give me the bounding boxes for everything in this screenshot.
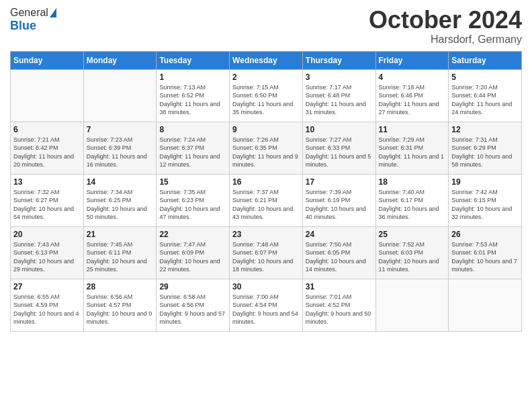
day-cell: 9Sunrise: 7:26 AMSunset: 6:35 PMDaylight… [230,122,303,174]
day-cell: 15Sunrise: 7:35 AMSunset: 6:23 PMDayligh… [157,174,230,226]
day-cell: 6Sunrise: 7:21 AMSunset: 6:42 PMDaylight… [11,122,84,174]
day-number: 11 [379,125,446,134]
day-cell: 11Sunrise: 7:29 AMSunset: 6:31 PMDayligh… [375,122,449,174]
day-cell: 2Sunrise: 7:15 AMSunset: 6:50 PMDaylight… [230,69,303,122]
day-cell: 22Sunrise: 7:47 AMSunset: 6:09 PMDayligh… [157,226,230,279]
day-number: 1 [159,73,226,82]
day-number: 28 [87,282,154,291]
logo-general: General [10,7,48,19]
header: General Blue October 2024 Harsdorf, Germ… [10,7,522,46]
day-cell [449,279,522,331]
col-thursday: Thursday [302,51,375,69]
day-cell: 21Sunrise: 7:45 AMSunset: 6:11 PMDayligh… [83,226,157,279]
day-cell: 8Sunrise: 7:24 AMSunset: 6:37 PMDaylight… [157,122,230,174]
day-info: Sunrise: 6:56 AMSunset: 4:57 PMDaylight:… [87,293,154,326]
day-cell: 28Sunrise: 6:56 AMSunset: 4:57 PMDayligh… [83,279,157,331]
title-block: October 2024 Harsdorf, Germany [369,7,522,46]
day-cell: 17Sunrise: 7:39 AMSunset: 6:19 PMDayligh… [302,174,375,226]
day-cell: 19Sunrise: 7:42 AMSunset: 6:15 PMDayligh… [449,174,522,226]
day-cell: 3Sunrise: 7:17 AMSunset: 6:48 PMDaylight… [302,69,375,122]
logo-icon [50,8,56,17]
day-info: Sunrise: 7:15 AMSunset: 6:50 PMDaylight:… [232,83,300,117]
week-row-3: 20Sunrise: 7:43 AMSunset: 6:13 PMDayligh… [11,226,522,279]
day-info: Sunrise: 7:17 AMSunset: 6:48 PMDaylight:… [306,83,373,117]
day-info: Sunrise: 7:50 AMSunset: 6:05 PMDaylight:… [306,240,373,274]
day-info: Sunrise: 7:21 AMSunset: 6:42 PMDaylight:… [13,136,81,169]
day-number: 14 [87,177,154,187]
day-number: 18 [379,177,446,187]
day-number: 7 [87,125,154,134]
day-number: 27 [13,282,81,291]
day-number: 5 [451,73,519,82]
day-cell: 27Sunrise: 6:55 AMSunset: 4:59 PMDayligh… [11,279,84,331]
col-saturday: Saturday [449,51,522,69]
col-monday: Monday [83,51,157,69]
col-friday: Friday [375,51,449,69]
day-cell: 31Sunrise: 7:01 AMSunset: 4:52 PMDayligh… [302,279,375,331]
day-cell [11,69,84,122]
day-cell: 24Sunrise: 7:50 AMSunset: 6:05 PMDayligh… [302,226,375,279]
day-info: Sunrise: 7:27 AMSunset: 6:33 PMDaylight:… [306,136,373,169]
day-info: Sunrise: 7:48 AMSunset: 6:07 PMDaylight:… [232,240,300,274]
day-cell: 12Sunrise: 7:31 AMSunset: 6:29 PMDayligh… [449,122,522,174]
day-cell: 23Sunrise: 7:48 AMSunset: 6:07 PMDayligh… [230,226,303,279]
header-row: Sunday Monday Tuesday Wednesday Thursday… [11,51,522,69]
day-info: Sunrise: 7:24 AMSunset: 6:37 PMDaylight:… [159,136,226,169]
logo-blue: Blue [10,19,36,33]
day-info: Sunrise: 7:37 AMSunset: 6:21 PMDaylight:… [232,188,300,222]
day-info: Sunrise: 6:55 AMSunset: 4:59 PMDaylight:… [13,293,81,326]
day-info: Sunrise: 7:53 AMSunset: 6:01 PMDaylight:… [451,240,519,274]
day-number: 19 [451,177,519,187]
week-row-1: 6Sunrise: 7:21 AMSunset: 6:42 PMDaylight… [11,122,522,174]
calendar-page: General Blue October 2024 Harsdorf, Germ… [0,0,532,411]
day-info: Sunrise: 7:31 AMSunset: 6:29 PMDaylight:… [451,136,519,169]
col-tuesday: Tuesday [157,51,230,69]
day-number: 2 [232,73,300,82]
day-number: 3 [306,73,373,82]
day-number: 21 [87,230,154,239]
day-cell: 30Sunrise: 7:00 AMSunset: 4:54 PMDayligh… [230,279,303,331]
day-number: 23 [232,230,300,239]
day-number: 30 [232,282,300,291]
calendar-table: Sunday Monday Tuesday Wednesday Thursday… [10,51,522,332]
day-cell: 25Sunrise: 7:52 AMSunset: 6:03 PMDayligh… [375,226,449,279]
day-info: Sunrise: 7:18 AMSunset: 6:46 PMDaylight:… [379,83,446,117]
day-info: Sunrise: 7:23 AMSunset: 6:39 PMDaylight:… [87,136,154,169]
day-number: 15 [159,177,226,187]
day-number: 10 [306,125,373,134]
day-info: Sunrise: 7:52 AMSunset: 6:03 PMDaylight:… [379,240,446,274]
day-info: Sunrise: 7:42 AMSunset: 6:15 PMDaylight:… [451,188,519,222]
day-info: Sunrise: 7:35 AMSunset: 6:23 PMDaylight:… [159,188,226,222]
day-info: Sunrise: 7:40 AMSunset: 6:17 PMDaylight:… [379,188,446,222]
day-cell: 29Sunrise: 6:58 AMSunset: 4:56 PMDayligh… [157,279,230,331]
month-title: October 2024 [369,7,522,34]
day-number: 13 [13,177,81,187]
day-number: 4 [379,73,446,82]
day-cell: 20Sunrise: 7:43 AMSunset: 6:13 PMDayligh… [11,226,84,279]
day-info: Sunrise: 7:01 AMSunset: 4:52 PMDaylight:… [306,293,373,326]
day-number: 24 [306,230,373,239]
day-cell [375,279,449,331]
day-info: Sunrise: 7:39 AMSunset: 6:19 PMDaylight:… [306,188,373,222]
day-cell: 18Sunrise: 7:40 AMSunset: 6:17 PMDayligh… [375,174,449,226]
day-number: 9 [232,125,300,134]
day-info: Sunrise: 7:13 AMSunset: 6:52 PMDaylight:… [159,83,226,117]
day-cell: 7Sunrise: 7:23 AMSunset: 6:39 PMDaylight… [83,122,157,174]
day-info: Sunrise: 7:32 AMSunset: 6:27 PMDaylight:… [13,188,81,222]
day-cell: 5Sunrise: 7:20 AMSunset: 6:44 PMDaylight… [449,69,522,122]
day-cell: 13Sunrise: 7:32 AMSunset: 6:27 PMDayligh… [11,174,84,226]
day-number: 17 [306,177,373,187]
day-cell: 4Sunrise: 7:18 AMSunset: 6:46 PMDaylight… [375,69,449,122]
day-cell: 14Sunrise: 7:34 AMSunset: 6:25 PMDayligh… [83,174,157,226]
day-info: Sunrise: 7:00 AMSunset: 4:54 PMDaylight:… [232,293,300,326]
week-row-0: 1Sunrise: 7:13 AMSunset: 6:52 PMDaylight… [11,69,522,122]
day-number: 12 [451,125,519,134]
day-number: 20 [13,230,81,239]
day-number: 8 [159,125,226,134]
location-subtitle: Harsdorf, Germany [369,34,522,46]
col-wednesday: Wednesday [230,51,303,69]
day-number: 29 [159,282,226,291]
day-info: Sunrise: 7:26 AMSunset: 6:35 PMDaylight:… [232,136,300,169]
day-info: Sunrise: 7:47 AMSunset: 6:09 PMDaylight:… [159,240,226,274]
day-cell: 1Sunrise: 7:13 AMSunset: 6:52 PMDaylight… [157,69,230,122]
